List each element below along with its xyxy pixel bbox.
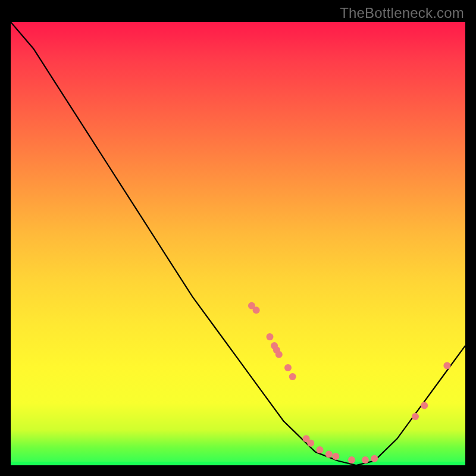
data-marker <box>307 440 314 447</box>
data-marker <box>325 450 333 458</box>
data-marker <box>348 456 355 464</box>
data-marker <box>371 455 378 462</box>
data-marker <box>284 364 292 371</box>
chart-area <box>11 22 465 465</box>
data-marker <box>421 402 428 409</box>
watermark-text: TheBottleneck.com <box>340 5 464 21</box>
marker-group <box>248 302 451 464</box>
data-marker <box>443 362 450 369</box>
data-marker <box>317 446 324 453</box>
data-marker <box>253 306 260 314</box>
bottleneck-curve <box>11 22 465 465</box>
data-marker <box>289 373 296 380</box>
data-marker <box>267 333 274 340</box>
chart-svg <box>11 22 465 465</box>
data-marker <box>412 413 419 420</box>
data-marker <box>362 456 369 464</box>
data-marker <box>275 351 283 358</box>
data-marker <box>332 453 339 460</box>
